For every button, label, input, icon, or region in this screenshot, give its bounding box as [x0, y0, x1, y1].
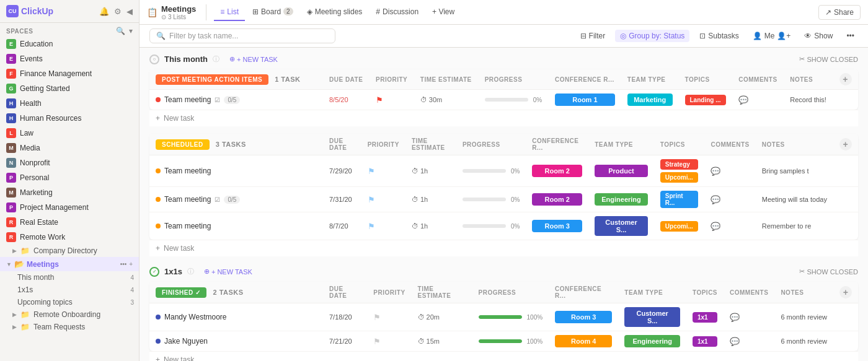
search-icon[interactable]: 🔍 [116, 27, 125, 35]
topics-col: TOPICS [679, 69, 733, 90]
comment-icon[interactable]: 💬 [730, 337, 740, 346]
task-dot [156, 315, 161, 320]
conf-room-badge: Room 3 [532, 220, 582, 232]
comment-icon[interactable]: 💬 [738, 95, 748, 105]
sidebar-item-hr[interactable]: H Human Resources [0, 111, 139, 126]
comment-icon[interactable]: 💬 [711, 222, 720, 231]
sidebar-item-finance[interactable]: F Finance Management [0, 66, 139, 81]
due-date-value: 8/5/20 [329, 96, 348, 103]
add-task-finished[interactable]: + New task [149, 351, 858, 361]
realestate-icon: R [6, 217, 16, 227]
add-task-scheduled[interactable]: + New task [149, 240, 858, 256]
sidebar-item-health[interactable]: H Health [0, 96, 139, 111]
add-task-post-meeting[interactable]: + New task [149, 110, 858, 126]
team-type-col: TEAM TYPE [621, 69, 679, 90]
more-options-button[interactable]: ••• [843, 30, 858, 42]
share-icon: ↗ [825, 8, 831, 17]
scheduled-status-badge: SCHEDULED [156, 139, 210, 150]
nav-item-add-view[interactable]: + View [426, 4, 461, 21]
filter-button[interactable]: ⊟ Filter [577, 30, 609, 42]
f-topics-col: TOPICS [686, 282, 724, 303]
sidebar-item-getting-started[interactable]: G Getting Started [0, 81, 139, 96]
add-column-button[interactable]: + [839, 73, 852, 85]
comment-icon[interactable]: 💬 [711, 167, 720, 176]
add-task-icon: + [156, 355, 160, 361]
add-icon: ⊕ [204, 267, 210, 276]
sidebar-item-pm[interactable]: P Project Management [0, 200, 139, 215]
comment-icon[interactable]: 💬 [730, 313, 740, 322]
sidebar-item-meetings[interactable]: ▼ 📂 Meetings ••• + [0, 257, 139, 271]
sidebar-item-personal[interactable]: P Personal [0, 170, 139, 185]
1x1s-add-button[interactable]: ⊕ + NEW TASK [199, 266, 257, 277]
meetings-actions: ••• + [120, 261, 133, 267]
discussion-icon: # [376, 7, 380, 16]
sidebar-item-remotework[interactable]: R Remote Work [0, 230, 139, 245]
nav-item-discussion[interactable]: # Discussion [370, 4, 425, 21]
collapse-icon[interactable]: ◀ [126, 7, 133, 16]
this-month-show-closed[interactable]: ✂ SHOW CLOSED [799, 55, 858, 63]
search-box[interactable]: 🔍 Filter by task name... [149, 28, 335, 43]
app-logo[interactable]: CU ClickUp [6, 5, 53, 17]
1x1s-label: 1x1s [17, 285, 33, 294]
sidebar-item-nonprofit[interactable]: N Nonprofit [0, 155, 139, 170]
meetings-add-icon[interactable]: + [129, 261, 133, 267]
company-dir-label: Company Directory [33, 246, 97, 255]
sidebar-subitem-thismonth[interactable]: This month 4 [0, 271, 139, 284]
subtasks-button[interactable]: ⊡ Subtasks [696, 30, 742, 42]
getting-started-label: Getting Started [20, 84, 70, 93]
sidebar-item-remote-onboarding[interactable]: ▶ 📁 Remote Onboarding [0, 308, 139, 321]
personal-label: Personal [20, 173, 49, 182]
sidebar-item-events[interactable]: E Events [0, 51, 139, 66]
sidebar-item-company-dir[interactable]: ▶ 📁 Company Directory [0, 245, 139, 257]
this-month-add-button[interactable]: ⊕ + NEW TASK [224, 54, 283, 64]
filter-label: Filter [589, 32, 606, 40]
nav-item-board[interactable]: ⊞ Board 2 [246, 4, 299, 21]
add-column-button-fin[interactable]: + [839, 286, 852, 298]
1x1s-show-closed[interactable]: ✂ SHOW CLOSED [799, 267, 858, 276]
me-icon: 👤 [753, 32, 762, 40]
sidebar-item-team-requests[interactable]: ▶ 📁 Team Requests [0, 321, 139, 333]
me-button[interactable]: 👤 Me 👤+ [749, 30, 795, 42]
team-type-badge: Customer S... [595, 216, 648, 236]
add-view-label: + View [432, 7, 454, 16]
f-add-col: + [833, 282, 858, 303]
1x1s-toggle[interactable]: ✓ [149, 267, 159, 277]
priority-flag: ⚑ [368, 195, 375, 204]
settings-icon[interactable]: ⚙ [114, 7, 122, 16]
hr-icon: H [6, 113, 16, 123]
s-add-col: + [833, 134, 858, 155]
this-month-info-icon[interactable]: ⓘ [213, 54, 219, 64]
show-button[interactable]: 👁 Show [800, 30, 836, 42]
list-label: List [227, 7, 239, 16]
meetings-more-icon[interactable]: ••• [120, 261, 127, 267]
list-count-icon: ⊙ [161, 14, 166, 20]
sidebar-item-media[interactable]: M Media [0, 141, 139, 155]
nav-item-list[interactable]: ≡ List [214, 4, 245, 21]
sidebar-item-law[interactable]: L Law [0, 126, 139, 141]
subtask-badge: 0/5 [224, 196, 240, 204]
sidebar-subitem-1x1s[interactable]: 1x1s 4 [0, 284, 139, 296]
f-priority-col: PRIORITY [367, 282, 411, 303]
thismonth-label: This month [17, 273, 54, 282]
1x1s-info-icon[interactable]: ⓘ [187, 267, 194, 276]
notes-value: Bring samples t [762, 167, 809, 175]
bell-icon[interactable]: 🔔 [99, 7, 109, 16]
topic-badge-2: Upcomi... [660, 172, 699, 183]
expand-icon[interactable]: ▾ [129, 27, 133, 35]
conf-room-badge: Room 4 [555, 335, 612, 347]
share-button[interactable]: ↗ Share [818, 5, 861, 20]
notes-value: Remember to re [762, 222, 811, 230]
topbar-nav: ≡ List ⊞ Board 2 ◈ Meeting slides # Disc… [206, 4, 818, 21]
sidebar-subitem-upcoming[interactable]: Upcoming topics 3 [0, 296, 139, 308]
comment-icon[interactable]: 💬 [711, 195, 720, 204]
me-label: Me [764, 32, 775, 40]
add-column-button-sched[interactable]: + [839, 138, 852, 150]
sidebar-item-marketing[interactable]: M Marketing [0, 185, 139, 200]
sidebar-item-education[interactable]: E Education [0, 37, 139, 51]
group-by-button[interactable]: ◎ Group by: Status [615, 30, 689, 42]
nav-item-slides[interactable]: ◈ Meeting slides [301, 4, 369, 21]
sidebar-item-realestate[interactable]: R Real Estate [0, 215, 139, 230]
f-comments-col: COMMENTS [724, 282, 774, 303]
task-dot [156, 224, 161, 228]
this-month-toggle[interactable]: ○ [149, 54, 159, 64]
